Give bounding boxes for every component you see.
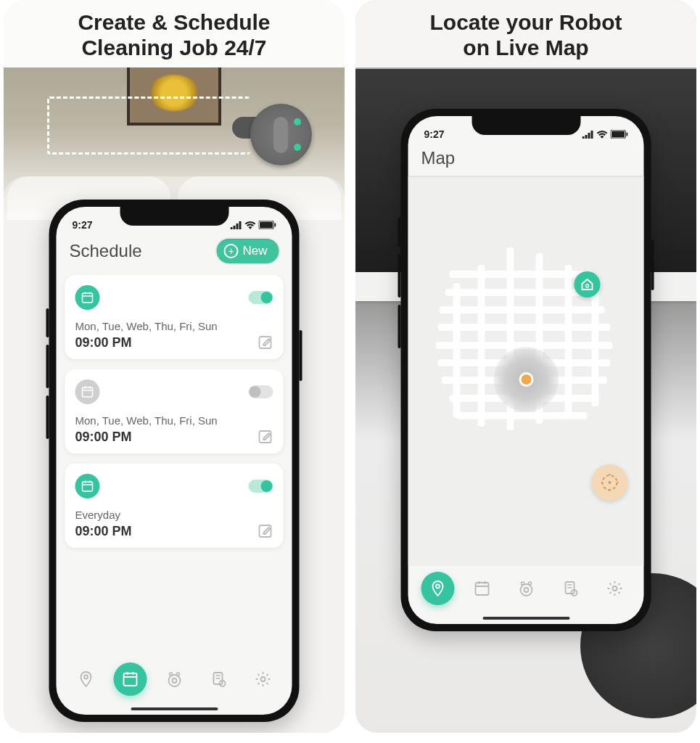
status-time: 9:27 (73, 219, 93, 231)
svg-rect-2 (236, 223, 239, 229)
schedule-card[interactable]: Mon, Tue, Web, Thu, Fri, Sun 09:00 PM (65, 275, 284, 359)
svg-rect-47 (475, 583, 488, 595)
svg-point-27 (168, 675, 180, 686)
signal-icon (231, 221, 242, 229)
schedule-card[interactable]: Everyday 09:00 PM (65, 464, 284, 548)
calendar-icon (75, 379, 100, 404)
home-indicator[interactable] (131, 707, 218, 710)
tab-settings[interactable] (598, 572, 631, 605)
svg-rect-38 (588, 133, 590, 139)
battery-icon (259, 221, 276, 229)
tab-settings[interactable] (246, 662, 279, 696)
tab-location[interactable] (69, 662, 102, 696)
recenter-button[interactable] (592, 464, 628, 501)
map-canvas[interactable] (408, 176, 644, 566)
status-indicators (231, 221, 276, 229)
headline-line2: Cleaning Job 24/7 (18, 36, 330, 61)
svg-point-46 (436, 585, 440, 588)
app-header: Schedule + New (57, 236, 292, 271)
headline-right: Locate your Robot on Live Map (355, 0, 696, 67)
wifi-icon (245, 221, 256, 229)
plus-icon: + (223, 244, 238, 258)
svg-rect-7 (83, 293, 93, 303)
svg-rect-0 (231, 227, 233, 229)
promo-panel-map: Locate your Robot on Live Map 9:27 Map (355, 0, 696, 733)
schedule-days: Mon, Tue, Web, Thu, Fri, Sun (75, 414, 273, 427)
svg-point-28 (172, 678, 176, 683)
svg-rect-5 (260, 222, 273, 229)
signal-icon (582, 131, 594, 139)
svg-point-43 (586, 284, 589, 287)
svg-rect-17 (83, 482, 93, 491)
svg-point-29 (169, 673, 172, 676)
app-header: Map (408, 145, 644, 176)
screen-title: Map (421, 148, 456, 168)
tab-robot[interactable] (157, 662, 191, 696)
battery-icon (611, 130, 628, 139)
edit-button[interactable] (258, 429, 273, 445)
schedule-time: 09:00 PM (75, 335, 273, 350)
schedule-list[interactable]: Mon, Tue, Web, Thu, Fri, Sun 09:00 PM (57, 271, 292, 657)
edit-button[interactable] (258, 523, 273, 539)
svg-rect-6 (275, 223, 276, 227)
scene-illustration (4, 67, 345, 213)
phone-mock-map: 9:27 Map (401, 109, 651, 631)
svg-point-45 (609, 481, 612, 484)
headline-line1: Locate your Robot (370, 10, 682, 36)
svg-rect-39 (591, 131, 593, 139)
home-indicator[interactable] (482, 617, 569, 620)
svg-rect-41 (612, 131, 625, 138)
headline-line2: on Live Map (370, 36, 682, 61)
schedule-time: 09:00 PM (75, 524, 273, 539)
schedule-time: 09:00 PM (75, 430, 273, 445)
promo-panel-schedule: Create & Schedule Cleaning Job 24/7 9:27 (4, 0, 345, 733)
schedule-card[interactable]: Mon, Tue, Web, Thu, Fri, Sun 09:00 PM (65, 369, 284, 453)
headline-line1: Create & Schedule (18, 10, 330, 36)
edit-button[interactable] (258, 334, 273, 350)
tab-bar (57, 657, 292, 707)
tab-schedule[interactable] (465, 572, 498, 605)
wifi-icon (597, 131, 608, 139)
tab-location[interactable] (421, 572, 454, 605)
schedule-toggle[interactable] (249, 385, 273, 398)
svg-point-22 (84, 676, 88, 679)
svg-rect-42 (627, 133, 628, 136)
schedule-toggle[interactable] (249, 480, 273, 493)
status-time: 9:27 (424, 128, 445, 140)
svg-point-35 (260, 677, 265, 681)
new-button-label: New (242, 244, 267, 258)
svg-rect-23 (123, 673, 136, 686)
phone-mock-schedule: 9:27 Schedule + New (49, 200, 300, 722)
schedule-days: Mon, Tue, Web, Thu, Fri, Sun (75, 320, 273, 332)
tab-schedule[interactable] (113, 662, 147, 696)
svg-point-51 (520, 584, 532, 596)
svg-point-53 (521, 582, 524, 585)
home-base-marker[interactable] (575, 271, 601, 297)
new-schedule-button[interactable]: + New (216, 239, 279, 263)
svg-rect-3 (239, 221, 242, 229)
svg-rect-36 (582, 136, 585, 139)
svg-rect-37 (585, 135, 588, 139)
tab-robot[interactable] (509, 572, 543, 605)
schedule-toggle[interactable] (249, 291, 273, 304)
svg-point-59 (612, 586, 617, 591)
calendar-icon (75, 285, 100, 310)
screen-title: Schedule (70, 241, 142, 261)
headline-left: Create & Schedule Cleaning Job 24/7 (4, 0, 345, 67)
schedule-days: Everyday (75, 509, 273, 521)
svg-rect-1 (234, 226, 236, 229)
svg-point-30 (176, 673, 179, 676)
tab-report[interactable] (553, 572, 587, 605)
svg-rect-12 (83, 387, 93, 397)
tab-bar (408, 566, 644, 617)
svg-point-52 (524, 588, 528, 592)
calendar-icon (75, 474, 100, 498)
robot-position-marker[interactable] (493, 347, 559, 412)
status-indicators (582, 130, 628, 139)
svg-point-54 (528, 582, 531, 585)
tab-report[interactable] (202, 662, 235, 696)
